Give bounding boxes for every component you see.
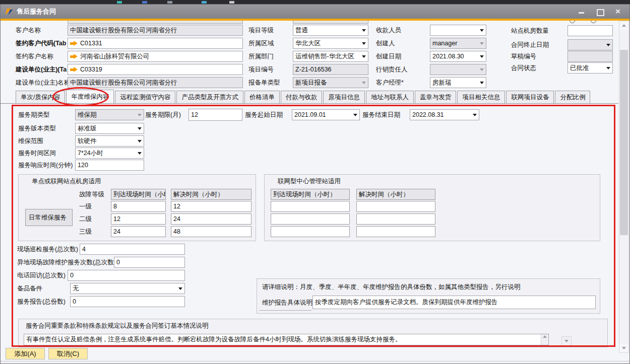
service-time-range-dropdown[interactable]: 7*24小时 [75, 148, 144, 159]
radio-icon[interactable] [570, 21, 575, 23]
region-dropdown[interactable]: 华北大区 [293, 38, 368, 49]
table-cell[interactable]: 12 [171, 201, 251, 212]
chevron-down-icon[interactable] [362, 55, 366, 58]
table-cell[interactable] [271, 201, 350, 212]
service-end-date-dropdown[interactable]: 2022.08.31 [410, 109, 479, 120]
chevron-down-icon[interactable] [473, 114, 477, 116]
chevron-down-icon[interactable] [138, 152, 142, 155]
field-label: 创建人 [376, 38, 395, 49]
taskbar-icon [167, 1, 172, 4]
field-label: 签约客户代码(Tab [16, 38, 66, 49]
maintenance-scope-dropdown[interactable]: 软硬件 [75, 135, 144, 147]
signed-customer-name-field[interactable]: 河南省山脉科贸有限公司 [68, 51, 243, 62]
tab-payment[interactable]: 付款与收款 [281, 91, 323, 103]
report-detail-field[interactable]: 按季度定期向客户提供服务记录文档。质保到期提供年度维护报告 [312, 296, 596, 309]
account-manager-dropdown[interactable]: 房新瑞 [430, 77, 486, 88]
tab-networked-devices[interactable]: 联网项目设备 [506, 91, 554, 103]
column-header: 解决时间（小时） [356, 189, 435, 200]
tab-product-invoice[interactable]: 产品类型及开票方式 [176, 91, 243, 103]
tab-annual-maintenance[interactable]: 年度维保内容 [66, 90, 114, 103]
field-label: 行销责任人 [376, 64, 408, 75]
department-dropdown[interactable]: 运维销售部-华北大区 [293, 51, 368, 62]
scroll-down-icon [564, 340, 569, 342]
chevron-down-icon[interactable] [480, 82, 484, 84]
inner-scroll-down-button[interactable] [561, 336, 572, 346]
tab-remote-monitoring[interactable]: 远程监测值守内容 [115, 91, 175, 103]
table-cell[interactable]: 24 [171, 213, 251, 225]
response-time-field[interactable]: 120 [75, 160, 144, 171]
table-cell[interactable]: 24 [111, 226, 166, 237]
table-cell[interactable] [356, 213, 435, 225]
owner-unit-code-field[interactable]: C03319 [68, 64, 243, 75]
chevron-down-icon[interactable] [353, 114, 357, 116]
chevron-down-icon[interactable] [138, 140, 142, 142]
signed-customer-code-field[interactable]: C01331 [68, 38, 243, 49]
service-period-type-dropdown: 维保期 [75, 109, 144, 120]
project-level-dropdown[interactable]: 普通 [293, 25, 368, 36]
chevron-down-icon[interactable] [606, 44, 610, 46]
background-taskbar [0, 0, 630, 4]
tab-original-project[interactable]: 原项目信息 [323, 91, 365, 103]
field-label: 合同状态 [511, 62, 536, 74]
label-underline [259, 310, 311, 311]
chevron-down-icon[interactable] [138, 127, 142, 130]
field-label: 服务结束日期 [362, 109, 400, 120]
row-label: 三级 [79, 226, 92, 237]
maximize-icon[interactable] [596, 8, 603, 15]
service-months-field[interactable]: 12 [188, 109, 242, 121]
chevron-down-icon[interactable] [362, 42, 366, 45]
tab-address-contacts[interactable]: 地址与联系人 [366, 91, 414, 103]
scrollbar-down-button[interactable] [619, 344, 628, 352]
table-cell[interactable] [356, 226, 435, 237]
cancel-button[interactable]: 取消(C) [48, 348, 88, 359]
offsite-fault-count-field[interactable]: 0 [114, 257, 185, 268]
tab-project-info[interactable]: 项目相关信息 [457, 91, 505, 103]
create-date-dropdown[interactable]: 2021.08.30 [430, 51, 486, 62]
tab-allocation-ratio[interactable]: 分配比例 [555, 91, 590, 103]
center-table-group: 联网型中心管理站适用 到达现场时间（小时） 解决时间（小时） [264, 174, 600, 241]
table-cell[interactable]: 48 [171, 226, 251, 237]
scrollbar-up-button[interactable] [619, 21, 628, 30]
chevron-down-icon[interactable] [178, 287, 182, 290]
tab-seal-shipping[interactable]: 盖章与发货 [415, 91, 457, 103]
daily-maintenance-label: 日常维保服务 [25, 209, 73, 226]
minimize-icon[interactable] [578, 8, 585, 15]
footer-divider [1, 361, 629, 361]
field-label: 收款人员 [376, 25, 401, 36]
tab-single-warranty[interactable]: 单次/质保内容 [16, 91, 65, 103]
payee-dropdown[interactable] [430, 25, 486, 36]
screen: 售后服务合同 × 客户名称 中国建设银行股份有限公司河南省分行 签约客户代码(T… [0, 0, 630, 364]
textarea-scrollbar[interactable] [541, 334, 548, 345]
terms-textarea[interactable]: 有事件责任认定及赔偿条例，注意生成系统事件赔偿。判断宕机故障为设备故障后备件4小… [24, 334, 549, 345]
scroll-up-icon[interactable] [543, 335, 547, 338]
field-label: 备品备件 [17, 283, 42, 294]
chevron-down-icon[interactable] [362, 29, 366, 32]
site-table-title: 单点或联网站点机房适用 [32, 177, 101, 186]
service-version-dropdown[interactable]: 标准版 [75, 123, 144, 134]
contract-status-dropdown[interactable]: 已批准 [568, 62, 613, 74]
field-label: 服务响应时间(分钟) [18, 160, 73, 171]
table-cell[interactable]: 12 [111, 213, 166, 225]
close-icon[interactable]: × [614, 8, 621, 15]
terms-title: 服务合同重要条款和特殊条款规定以及服务合同签订基本情况说明 [26, 322, 209, 330]
vertical-scrollbar[interactable] [619, 21, 629, 353]
chevron-down-icon[interactable] [606, 67, 610, 69]
scrollbar-thumb[interactable] [620, 50, 628, 235]
tab-price-list[interactable]: 价格清单 [244, 91, 280, 103]
table-cell[interactable] [271, 213, 350, 225]
service-report-count-field[interactable]: 0 [70, 296, 185, 307]
phone-followup-count-field[interactable]: 0 [68, 270, 185, 281]
chevron-down-icon[interactable] [480, 55, 484, 58]
table-cell[interactable] [271, 226, 350, 237]
site-inspection-count-field[interactable]: 4 [80, 244, 185, 255]
table-cell[interactable] [356, 201, 435, 212]
spare-parts-dropdown[interactable]: 无 [70, 283, 185, 294]
contract-end-date-dropdown [568, 39, 613, 50]
site-room-count-field[interactable] [568, 25, 613, 36]
field-label: 合同终止日期 [511, 39, 549, 50]
service-start-date-dropdown[interactable]: 2021.09.01 [292, 109, 360, 120]
table-cell[interactable]: 8 [111, 201, 166, 212]
add-button[interactable]: 添加(A) [6, 348, 45, 359]
radio-icon[interactable] [591, 21, 596, 23]
chevron-down-icon[interactable] [480, 29, 484, 32]
